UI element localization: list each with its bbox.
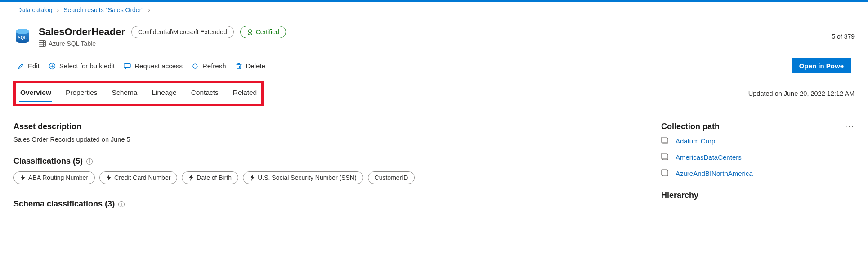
svg-rect-18 xyxy=(662,137,667,143)
classification-chip[interactable]: ABA Routing Number xyxy=(13,171,95,184)
sql-icon: SQL xyxy=(13,27,31,45)
select-bulk-label: Select for bulk edit xyxy=(59,62,115,70)
collection-link[interactable]: Adatum Corp xyxy=(676,137,715,145)
certified-pill[interactable]: Certified xyxy=(240,26,286,38)
classifications-chips: ABA Routing Number Credit Card Number Da… xyxy=(13,171,634,184)
classification-label: U.S. Social Security Number (SSN) xyxy=(258,174,356,181)
collection-link[interactable]: AzureAndBINorthAmerica xyxy=(676,170,753,177)
header-titles: SalesOrderHeader Confidential\Microsoft … xyxy=(39,26,286,47)
select-bulk-button[interactable]: Select for bulk edit xyxy=(49,62,115,70)
asset-subtitle: Azure SQL Table xyxy=(49,40,96,47)
classification-chip[interactable]: CustomerID xyxy=(368,171,415,184)
bolt-icon xyxy=(20,175,26,181)
plus-circle-icon xyxy=(49,63,56,70)
tab-overview[interactable]: Overview xyxy=(19,86,52,101)
trash-icon xyxy=(235,63,242,70)
tab-contacts[interactable]: Contacts xyxy=(190,86,219,101)
asset-header: SQL SalesOrderHeader Confidential\Micros… xyxy=(0,18,868,54)
tab-lineage[interactable]: Lineage xyxy=(151,86,177,101)
refresh-label: Refresh xyxy=(202,62,226,70)
overview-left-column: Asset description Sales Order Records up… xyxy=(13,122,634,214)
hierarchy-heading: Hierarchy xyxy=(661,191,855,200)
path-connector xyxy=(666,162,855,168)
request-access-button[interactable]: Request access xyxy=(124,62,183,70)
collection-icon xyxy=(661,169,669,177)
classifications-heading: Classifications (5) xyxy=(13,157,83,166)
asset-description-text: Sales Order Records updated on June 5 xyxy=(13,136,634,143)
collection-link[interactable]: AmericasDataCenters xyxy=(676,153,742,161)
delete-button[interactable]: Delete xyxy=(235,62,265,70)
pencil-icon xyxy=(17,63,24,70)
updated-timestamp: Updated on June 20, 2022 12:12 AM xyxy=(748,90,855,97)
breadcrumb: Data catalog › Search results "Sales Ord… xyxy=(0,2,868,18)
open-powerbi-button[interactable]: Open in Powe xyxy=(792,58,851,73)
result-count: 5 of 379 xyxy=(832,33,855,40)
classification-chip[interactable]: U.S. Social Security Number (SSN) xyxy=(243,171,363,184)
collection-icon xyxy=(661,137,669,145)
collection-icon xyxy=(661,153,669,161)
page-title: SalesOrderHeader xyxy=(39,26,125,38)
asset-description-heading: Asset description xyxy=(13,122,634,131)
svg-rect-12 xyxy=(124,63,130,67)
tabs-highlight-box: Overview Properties Schema Lineage Conta… xyxy=(13,81,264,106)
svg-point-1 xyxy=(16,29,29,34)
chevron-right-icon: › xyxy=(148,6,150,13)
classification-label: ABA Routing Number xyxy=(28,174,88,181)
chevron-right-icon: › xyxy=(57,6,59,13)
svg-text:SQL: SQL xyxy=(18,35,27,40)
tab-related[interactable]: Related xyxy=(232,86,258,101)
classification-chip[interactable]: Credit Card Number xyxy=(99,171,177,184)
svg-rect-13 xyxy=(237,65,241,69)
classification-pill[interactable]: Confidential\Microsoft Extended xyxy=(131,26,234,38)
request-access-label: Request access xyxy=(134,62,183,70)
refresh-button[interactable]: Refresh xyxy=(192,62,226,70)
info-icon[interactable]: i xyxy=(86,158,93,165)
toolbar: Edit Select for bulk edit Request access… xyxy=(0,54,868,78)
overview-right-column: Collection path ··· Adatum Corp Americas… xyxy=(661,122,855,214)
collection-path-heading: Collection path xyxy=(661,122,720,131)
svg-rect-22 xyxy=(662,170,667,175)
bolt-icon xyxy=(250,175,255,181)
info-icon[interactable]: i xyxy=(118,201,125,207)
classification-label: Date of Birth xyxy=(197,174,232,181)
collection-path-item: AzureAndBINorthAmerica xyxy=(661,169,855,177)
schema-classifications-count: (3) xyxy=(105,199,115,208)
classifications-count: (5) xyxy=(73,157,83,166)
edit-button[interactable]: Edit xyxy=(17,62,40,70)
schema-classifications-heading: Schema classifications (3) xyxy=(13,199,115,209)
collection-path-item: Adatum Corp xyxy=(661,137,855,145)
delete-label: Delete xyxy=(246,62,265,70)
breadcrumb-link-catalog[interactable]: Data catalog xyxy=(17,6,53,13)
svg-point-3 xyxy=(248,30,251,33)
svg-rect-4 xyxy=(39,41,46,47)
classification-chip[interactable]: Date of Birth xyxy=(182,171,238,184)
classification-label: Credit Card Number xyxy=(114,174,170,181)
refresh-icon xyxy=(192,63,199,70)
tab-properties[interactable]: Properties xyxy=(65,86,98,101)
tabs-row: Overview Properties Schema Lineage Conta… xyxy=(0,78,868,109)
overview-content: Asset description Sales Order Records up… xyxy=(0,109,868,227)
tab-schema[interactable]: Schema xyxy=(111,86,139,101)
path-connector xyxy=(666,146,855,152)
more-icon[interactable]: ··· xyxy=(845,122,855,131)
svg-rect-20 xyxy=(662,153,667,159)
edit-label: Edit xyxy=(28,62,40,70)
certified-label: Certified xyxy=(256,28,279,36)
table-icon xyxy=(39,40,46,47)
comment-icon xyxy=(124,63,131,70)
collection-path-item: AmericasDataCenters xyxy=(661,153,855,161)
classification-label: CustomerID xyxy=(375,174,408,181)
bolt-icon xyxy=(106,175,112,181)
collection-path-list: Adatum Corp AmericasDataCenters AzureAnd… xyxy=(661,137,855,177)
bolt-icon xyxy=(188,175,194,181)
breadcrumb-link-search-results[interactable]: Search results "Sales Order" xyxy=(63,6,143,13)
ribbon-icon xyxy=(247,29,253,35)
